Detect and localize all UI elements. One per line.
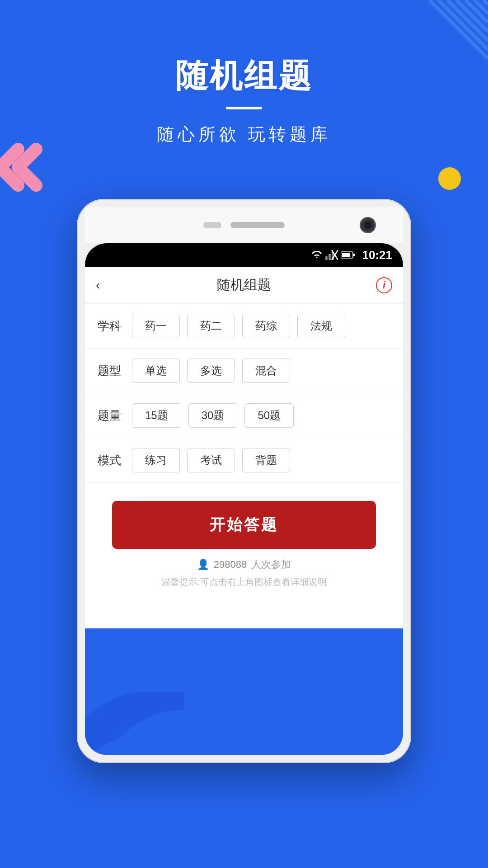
phone-outer-shell: 10:21 ‹ 随机组题 i 学科 药一 药二 药综 法规 <box>77 199 411 763</box>
back-button[interactable]: ‹ <box>96 278 100 292</box>
mode-options: 练习 考试 背题 <box>132 448 290 472</box>
battery-icon <box>341 251 355 259</box>
phone-top-bar <box>85 207 403 243</box>
count-filter-section: 题量 15题 30题 50题 <box>85 393 403 438</box>
chevron-svg <box>0 140 50 194</box>
main-title: 随机组题 <box>0 54 488 98</box>
bottom-left-deco <box>85 692 184 755</box>
subject-option-4[interactable]: 法规 <box>297 314 345 338</box>
participants-count: 298088 <box>214 559 247 571</box>
status-time: 10:21 <box>362 248 393 262</box>
left-chevron-decoration <box>0 140 50 194</box>
subject-option-3[interactable]: 药综 <box>242 314 290 338</box>
header-area: 随机组题 随心所欲 玩转题库 <box>0 0 488 146</box>
phone-sensor-small <box>203 222 221 228</box>
subject-options: 药一 药二 药综 法规 <box>132 314 345 338</box>
status-icons <box>311 250 355 260</box>
type-option-single[interactable]: 单选 <box>132 359 180 383</box>
app-content: ‹ 随机组题 i 学科 药一 药二 药综 法规 题型 <box>85 267 403 628</box>
phone-screen: 10:21 ‹ 随机组题 i 学科 药一 药二 药综 法规 <box>85 243 403 755</box>
tip-text: 温馨提示:可点击右上角图标查看详细说明 <box>161 576 327 588</box>
wifi-icon <box>311 250 323 260</box>
info-button[interactable]: i <box>376 277 392 293</box>
mode-label: 模式 <box>98 453 125 468</box>
count-option-30[interactable]: 30题 <box>188 403 238 428</box>
participants-icon: 👤 <box>197 559 209 571</box>
subject-label: 学科 <box>98 318 125 334</box>
count-label: 题量 <box>98 408 125 424</box>
yellow-dot-decoration <box>438 167 461 190</box>
mode-option-exam[interactable]: 考试 <box>187 448 235 472</box>
type-option-mixed[interactable]: 混合 <box>242 359 290 383</box>
type-filter-section: 题型 单选 多选 混合 <box>85 349 403 393</box>
participants-info: 👤 298088 人次参加 <box>197 558 291 571</box>
signal-icon <box>325 250 338 260</box>
svg-rect-8 <box>328 254 331 260</box>
type-options: 单选 多选 混合 <box>132 359 290 383</box>
type-label: 题型 <box>98 363 125 379</box>
subject-filter-section: 学科 药一 药二 药综 法规 <box>85 304 403 349</box>
nav-title: 随机组题 <box>217 276 271 294</box>
phone-sensor-long <box>230 222 285 228</box>
type-option-multi[interactable]: 多选 <box>187 359 235 383</box>
status-bar: 10:21 <box>85 243 403 267</box>
count-option-50[interactable]: 50题 <box>244 403 294 428</box>
action-area: 开始答题 👤 298088 人次参加 温馨提示:可点击右上角图标查看详细说明 <box>85 483 403 597</box>
mode-filter-section: 模式 练习 考试 背题 <box>85 438 403 483</box>
participants-suffix: 人次参加 <box>251 558 291 571</box>
count-option-15[interactable]: 15题 <box>132 403 181 428</box>
phone-bottom-blue <box>85 628 403 755</box>
subject-option-1[interactable]: 药一 <box>132 314 180 338</box>
subtitle: 随心所欲 玩转题库 <box>0 123 488 146</box>
phone-mockup: 10:21 ‹ 随机组题 i 学科 药一 药二 药综 法规 <box>77 199 411 763</box>
title-divider <box>226 107 262 109</box>
navigation-bar: ‹ 随机组题 i <box>85 267 403 304</box>
svg-rect-14 <box>342 253 350 257</box>
phone-camera <box>360 217 376 233</box>
mode-option-memorize[interactable]: 背题 <box>242 448 290 472</box>
count-options: 15题 30题 50题 <box>132 403 294 428</box>
start-button[interactable]: 开始答题 <box>112 501 376 549</box>
subject-option-2[interactable]: 药二 <box>187 314 235 338</box>
svg-rect-13 <box>353 254 355 256</box>
svg-rect-7 <box>325 256 328 260</box>
mode-option-practice[interactable]: 练习 <box>132 448 180 472</box>
